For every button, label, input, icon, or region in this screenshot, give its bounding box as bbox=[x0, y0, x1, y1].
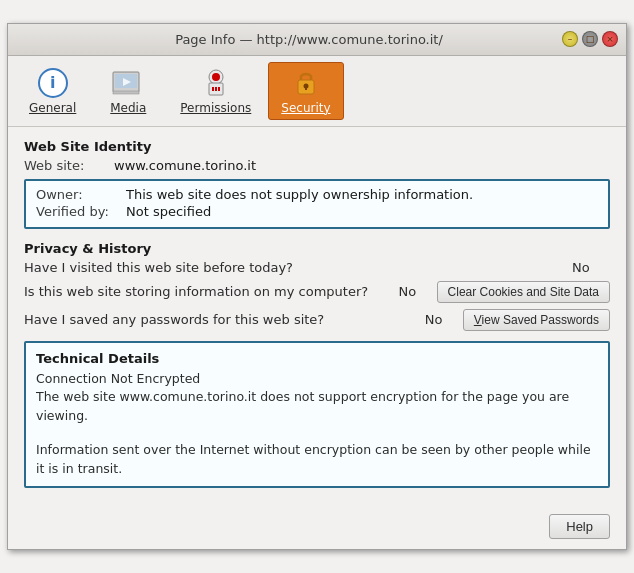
tab-media-label: Media bbox=[110, 101, 146, 115]
minimize-button[interactable]: – bbox=[562, 31, 578, 47]
owner-label: Owner: bbox=[36, 187, 126, 202]
permissions-icon bbox=[200, 67, 232, 99]
media-icon bbox=[112, 69, 144, 97]
close-button[interactable]: × bbox=[602, 31, 618, 47]
general-tab-icon: i bbox=[37, 67, 69, 99]
verified-row: Verified by: Not specified bbox=[36, 204, 598, 219]
website-label: Web site: bbox=[24, 158, 114, 173]
svg-rect-12 bbox=[305, 86, 307, 90]
privacy-answer-3: No bbox=[425, 312, 455, 327]
permissions-tab-icon bbox=[200, 67, 232, 99]
privacy-question-2: Is this web site storing information on … bbox=[24, 284, 399, 299]
verified-value: Not specified bbox=[126, 204, 211, 219]
privacy-question-3: Have I saved any passwords for this web … bbox=[24, 312, 425, 327]
identity-box: Owner: This web site does not supply own… bbox=[24, 179, 610, 229]
tab-general-label: General bbox=[29, 101, 76, 115]
website-row: Web site: www.comune.torino.it bbox=[24, 158, 610, 173]
tab-permissions[interactable]: Permissions bbox=[167, 62, 264, 120]
technical-line2: The web site www.comune.torino.it does n… bbox=[36, 388, 598, 426]
owner-value: This web site does not supply ownership … bbox=[126, 187, 473, 202]
maximize-button[interactable]: □ bbox=[582, 31, 598, 47]
media-tab-icon bbox=[112, 67, 144, 99]
technical-line1: Connection Not Encrypted bbox=[36, 370, 598, 389]
window-controls: – □ × bbox=[562, 31, 618, 47]
footer: Help bbox=[8, 510, 626, 549]
main-content: Web Site Identity Web site: www.comune.t… bbox=[8, 127, 626, 511]
technical-section-title: Technical Details bbox=[36, 351, 598, 366]
clear-cookies-button[interactable]: Clear Cookies and Site Data bbox=[437, 281, 610, 303]
help-button[interactable]: Help bbox=[549, 514, 610, 539]
identity-section-title: Web Site Identity bbox=[24, 139, 610, 154]
privacy-answer-2: No bbox=[399, 284, 429, 299]
tab-general[interactable]: i General bbox=[16, 62, 89, 120]
tab-security[interactable]: Security bbox=[268, 62, 343, 120]
page-info-window: Page Info — http://www.comune.torino.it/… bbox=[7, 23, 627, 551]
owner-row: Owner: This web site does not supply own… bbox=[36, 187, 598, 202]
tab-security-label: Security bbox=[281, 101, 330, 115]
verified-label: Verified by: bbox=[36, 204, 126, 219]
privacy-section-title: Privacy & History bbox=[24, 241, 610, 256]
svg-rect-3 bbox=[113, 91, 139, 94]
identity-section: Web Site Identity Web site: www.comune.t… bbox=[24, 139, 610, 229]
tab-permissions-label: Permissions bbox=[180, 101, 251, 115]
security-tab-icon bbox=[290, 67, 322, 99]
tab-media[interactable]: Media bbox=[93, 62, 163, 120]
privacy-row-2: Is this web site storing information on … bbox=[24, 281, 610, 303]
tab-bar: i General Media bbox=[8, 56, 626, 127]
privacy-answer-1: No bbox=[572, 260, 602, 275]
privacy-row-3: Have I saved any passwords for this web … bbox=[24, 309, 610, 331]
titlebar: Page Info — http://www.comune.torino.it/… bbox=[8, 24, 626, 56]
website-value: www.comune.torino.it bbox=[114, 158, 256, 173]
privacy-question-1: Have I visited this web site before toda… bbox=[24, 260, 572, 275]
view-passwords-button[interactable]: View Saved Passwords bbox=[463, 309, 610, 331]
technical-line3: Information sent over the Internet witho… bbox=[36, 441, 598, 479]
window-title: Page Info — http://www.comune.torino.it/ bbox=[56, 32, 562, 47]
svg-point-5 bbox=[212, 73, 220, 81]
privacy-row-1: Have I visited this web site before toda… bbox=[24, 260, 610, 275]
lock-icon bbox=[292, 67, 320, 99]
technical-section: Technical Details Connection Not Encrypt… bbox=[24, 341, 610, 489]
privacy-section: Privacy & History Have I visited this we… bbox=[24, 241, 610, 331]
info-icon: i bbox=[38, 68, 68, 98]
